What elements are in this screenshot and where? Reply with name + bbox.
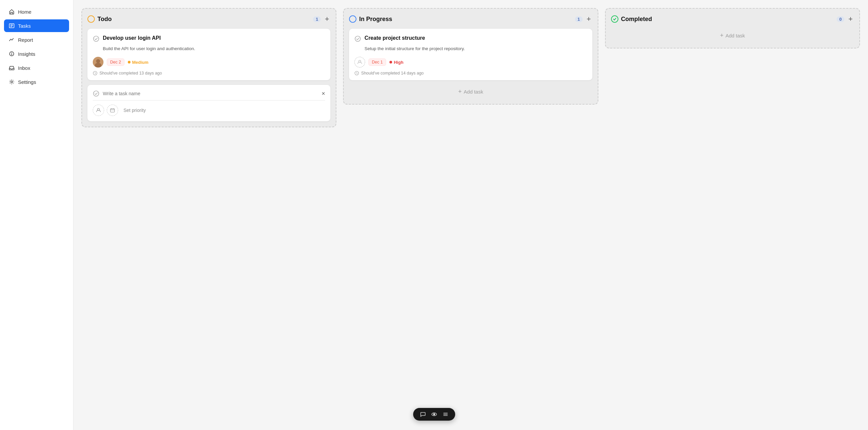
svg-point-7 <box>96 59 100 63</box>
svg-rect-12 <box>111 109 115 112</box>
sidebar-item-inbox[interactable]: Inbox <box>4 61 69 74</box>
sidebar-item-insights-label: Insights <box>18 51 35 57</box>
task-avatar-1 <box>93 57 103 67</box>
list-icon <box>442 411 448 417</box>
report-icon <box>9 37 15 43</box>
completed-add-column-btn[interactable]: + <box>847 16 854 23</box>
settings-icon <box>9 79 15 85</box>
new-task-actions: Set priority <box>93 105 325 116</box>
check-mark-icon <box>613 18 616 21</box>
add-task-plus-3: + <box>720 32 723 39</box>
new-task-check-icon <box>93 90 99 97</box>
priority-badge-2: High <box>390 60 403 65</box>
completed-status-icon <box>611 16 618 23</box>
svg-point-13 <box>355 36 361 41</box>
clock-icon-1 <box>93 71 97 76</box>
task-card-1: Develop user login API Build the API for… <box>87 29 330 80</box>
todo-column-count: 1 <box>313 17 321 22</box>
task-desc-2: Setup the initial structure for the proj… <box>354 46 587 52</box>
toolbar-chat-btn[interactable] <box>420 411 426 417</box>
insights-icon <box>9 51 15 57</box>
add-task-label-2: Add task <box>464 89 483 94</box>
sidebar-item-inbox-label: Inbox <box>18 65 30 71</box>
priority-dot-2 <box>390 61 392 63</box>
task-time-hint-2: Should've completed 14 days ago <box>354 71 587 76</box>
tasks-icon <box>9 23 15 29</box>
svg-point-5 <box>93 36 99 41</box>
todo-add-column-btn[interactable]: + <box>323 16 330 23</box>
inprogress-add-task-btn[interactable]: + Add task <box>349 85 592 98</box>
inprogress-column-title: In Progress <box>359 16 572 23</box>
add-task-label-3: Add task <box>725 33 745 38</box>
chat-icon <box>420 411 426 417</box>
task-name-input[interactable] <box>103 91 318 96</box>
calendar-icon <box>110 108 115 113</box>
column-inprogress: In Progress 1 + Create project structure… <box>343 8 598 105</box>
priority-label-2: High <box>394 60 403 65</box>
task-desc-1: Build the API for user login and authent… <box>93 46 325 52</box>
sidebar-item-home-label: Home <box>18 9 31 15</box>
sidebar-item-settings-label: Settings <box>18 79 36 85</box>
completed-column-count: 0 <box>837 17 844 22</box>
sidebar-item-report[interactable]: Report <box>4 33 69 46</box>
task-meta-1: Dec 2 Medium <box>93 57 325 67</box>
completed-column-title: Completed <box>621 16 834 23</box>
inbox-icon <box>9 65 15 71</box>
task-card-2: Create project structure Setup the initi… <box>349 29 592 80</box>
home-icon <box>9 9 15 15</box>
task-check-icon-1 <box>93 35 99 42</box>
kanban-board: Todo 1 + Develop user login API Build th… <box>82 8 860 127</box>
svg-point-14 <box>359 60 361 62</box>
inprogress-status-icon <box>349 16 356 23</box>
task-avatar-placeholder-2 <box>354 57 365 67</box>
column-todo: Todo 1 + Develop user login API Build th… <box>82 8 336 127</box>
priority-badge-1: Medium <box>128 60 149 65</box>
svg-point-17 <box>433 413 435 415</box>
column-completed: Completed 0 + + Add task <box>605 8 860 49</box>
column-completed-header: Completed 0 + <box>611 14 854 24</box>
todo-column-title: Todo <box>97 16 310 23</box>
clock-icon-2 <box>354 71 359 76</box>
user-icon <box>96 108 101 113</box>
set-priority-btn[interactable]: Set priority <box>123 108 146 113</box>
add-task-plus-2: + <box>458 88 462 95</box>
new-task-close-btn[interactable]: × <box>322 90 326 96</box>
task-check-icon-2 <box>354 35 361 42</box>
svg-point-4 <box>11 81 12 83</box>
priority-label-1: Medium <box>132 60 149 65</box>
sidebar-item-tasks[interactable]: Tasks <box>4 19 69 32</box>
svg-point-10 <box>93 91 99 96</box>
new-task-divider <box>93 100 325 101</box>
eye-icon <box>431 411 437 417</box>
task-date-badge-1: Dec 2 <box>107 58 124 66</box>
task-time-text-2: Should've completed 14 days ago <box>361 71 424 76</box>
sidebar-item-insights[interactable]: Insights <box>4 48 69 60</box>
task-card-2-header: Create project structure <box>354 35 587 42</box>
priority-dot-1 <box>128 61 130 63</box>
sidebar-item-settings[interactable]: Settings <box>4 76 69 88</box>
column-todo-header: Todo 1 + <box>87 14 330 24</box>
sidebar-item-report-label: Report <box>18 37 33 43</box>
sidebar-item-tasks-label: Tasks <box>18 23 31 29</box>
assign-user-btn[interactable] <box>93 105 104 116</box>
task-date-badge-2: Dec 1 <box>368 58 386 66</box>
completed-add-task-btn[interactable]: + Add task <box>611 29 854 42</box>
task-card-1-header: Develop user login API <box>93 35 325 42</box>
set-date-btn[interactable] <box>107 105 118 116</box>
task-title-1: Develop user login API <box>103 35 161 42</box>
toolbar-list-btn[interactable] <box>442 411 448 417</box>
user-placeholder-icon <box>358 60 362 64</box>
inprogress-add-column-btn[interactable]: + <box>585 16 592 23</box>
task-title-2: Create project structure <box>365 35 425 42</box>
toolbar-eye-btn[interactable] <box>431 411 437 417</box>
main-board: Todo 1 + Develop user login API Build th… <box>73 0 868 430</box>
task-meta-2: Dec 1 High <box>354 57 587 67</box>
svg-point-11 <box>97 109 99 111</box>
svg-point-3 <box>11 54 12 55</box>
task-time-text-1: Should've completed 13 days ago <box>99 71 162 76</box>
new-task-form: × Set p <box>87 85 330 121</box>
sidebar: Home Tasks Report Insights Inbox <box>0 0 73 430</box>
todo-status-icon <box>87 16 95 23</box>
sidebar-item-home[interactable]: Home <box>4 5 69 18</box>
new-task-form-top: × <box>93 90 325 97</box>
